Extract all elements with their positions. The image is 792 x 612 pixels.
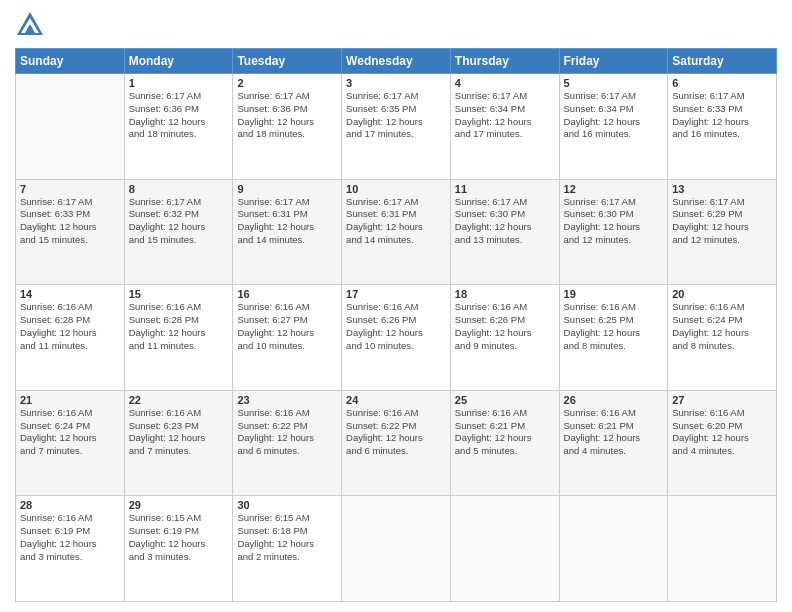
weekday-header: Friday xyxy=(559,49,668,74)
day-number: 26 xyxy=(564,394,664,406)
day-number: 13 xyxy=(672,183,772,195)
day-number: 16 xyxy=(237,288,337,300)
day-number: 15 xyxy=(129,288,229,300)
calendar-week-row: 28Sunrise: 6:16 AM Sunset: 6:19 PM Dayli… xyxy=(16,496,777,602)
day-number: 9 xyxy=(237,183,337,195)
day-number: 2 xyxy=(237,77,337,89)
calendar-cell: 20Sunrise: 6:16 AM Sunset: 6:24 PM Dayli… xyxy=(668,285,777,391)
calendar-cell: 6Sunrise: 6:17 AM Sunset: 6:33 PM Daylig… xyxy=(668,74,777,180)
day-number: 1 xyxy=(129,77,229,89)
cell-info: Sunrise: 6:17 AM Sunset: 6:36 PM Dayligh… xyxy=(129,90,229,141)
day-number: 24 xyxy=(346,394,446,406)
calendar-header-row: SundayMondayTuesdayWednesdayThursdayFrid… xyxy=(16,49,777,74)
calendar-week-row: 14Sunrise: 6:16 AM Sunset: 6:28 PM Dayli… xyxy=(16,285,777,391)
calendar-cell: 26Sunrise: 6:16 AM Sunset: 6:21 PM Dayli… xyxy=(559,390,668,496)
calendar-cell: 4Sunrise: 6:17 AM Sunset: 6:34 PM Daylig… xyxy=(450,74,559,180)
day-number: 30 xyxy=(237,499,337,511)
cell-info: Sunrise: 6:16 AM Sunset: 6:20 PM Dayligh… xyxy=(672,407,772,458)
calendar-cell: 14Sunrise: 6:16 AM Sunset: 6:28 PM Dayli… xyxy=(16,285,125,391)
cell-info: Sunrise: 6:16 AM Sunset: 6:23 PM Dayligh… xyxy=(129,407,229,458)
cell-info: Sunrise: 6:16 AM Sunset: 6:27 PM Dayligh… xyxy=(237,301,337,352)
day-number: 28 xyxy=(20,499,120,511)
day-number: 8 xyxy=(129,183,229,195)
calendar-cell: 11Sunrise: 6:17 AM Sunset: 6:30 PM Dayli… xyxy=(450,179,559,285)
day-number: 19 xyxy=(564,288,664,300)
cell-info: Sunrise: 6:17 AM Sunset: 6:32 PM Dayligh… xyxy=(129,196,229,247)
calendar-week-row: 1Sunrise: 6:17 AM Sunset: 6:36 PM Daylig… xyxy=(16,74,777,180)
calendar-cell: 5Sunrise: 6:17 AM Sunset: 6:34 PM Daylig… xyxy=(559,74,668,180)
calendar-cell xyxy=(668,496,777,602)
cell-info: Sunrise: 6:16 AM Sunset: 6:28 PM Dayligh… xyxy=(20,301,120,352)
cell-info: Sunrise: 6:16 AM Sunset: 6:28 PM Dayligh… xyxy=(129,301,229,352)
calendar-cell: 19Sunrise: 6:16 AM Sunset: 6:25 PM Dayli… xyxy=(559,285,668,391)
calendar-cell xyxy=(559,496,668,602)
cell-info: Sunrise: 6:17 AM Sunset: 6:34 PM Dayligh… xyxy=(455,90,555,141)
day-number: 14 xyxy=(20,288,120,300)
cell-info: Sunrise: 6:15 AM Sunset: 6:19 PM Dayligh… xyxy=(129,512,229,563)
calendar-cell: 3Sunrise: 6:17 AM Sunset: 6:35 PM Daylig… xyxy=(342,74,451,180)
day-number: 25 xyxy=(455,394,555,406)
day-number: 29 xyxy=(129,499,229,511)
day-number: 18 xyxy=(455,288,555,300)
calendar-cell xyxy=(342,496,451,602)
day-number: 22 xyxy=(129,394,229,406)
cell-info: Sunrise: 6:17 AM Sunset: 6:34 PM Dayligh… xyxy=(564,90,664,141)
calendar-cell: 18Sunrise: 6:16 AM Sunset: 6:26 PM Dayli… xyxy=(450,285,559,391)
weekday-header: Monday xyxy=(124,49,233,74)
calendar-cell: 22Sunrise: 6:16 AM Sunset: 6:23 PM Dayli… xyxy=(124,390,233,496)
day-number: 27 xyxy=(672,394,772,406)
calendar-cell: 30Sunrise: 6:15 AM Sunset: 6:18 PM Dayli… xyxy=(233,496,342,602)
cell-info: Sunrise: 6:16 AM Sunset: 6:22 PM Dayligh… xyxy=(346,407,446,458)
cell-info: Sunrise: 6:17 AM Sunset: 6:30 PM Dayligh… xyxy=(564,196,664,247)
cell-info: Sunrise: 6:16 AM Sunset: 6:21 PM Dayligh… xyxy=(455,407,555,458)
cell-info: Sunrise: 6:17 AM Sunset: 6:36 PM Dayligh… xyxy=(237,90,337,141)
calendar-cell: 17Sunrise: 6:16 AM Sunset: 6:26 PM Dayli… xyxy=(342,285,451,391)
calendar-cell: 16Sunrise: 6:16 AM Sunset: 6:27 PM Dayli… xyxy=(233,285,342,391)
calendar-cell xyxy=(16,74,125,180)
weekday-header: Saturday xyxy=(668,49,777,74)
cell-info: Sunrise: 6:16 AM Sunset: 6:21 PM Dayligh… xyxy=(564,407,664,458)
cell-info: Sunrise: 6:17 AM Sunset: 6:33 PM Dayligh… xyxy=(20,196,120,247)
cell-info: Sunrise: 6:17 AM Sunset: 6:35 PM Dayligh… xyxy=(346,90,446,141)
cell-info: Sunrise: 6:16 AM Sunset: 6:25 PM Dayligh… xyxy=(564,301,664,352)
day-number: 3 xyxy=(346,77,446,89)
day-number: 23 xyxy=(237,394,337,406)
calendar-week-row: 7Sunrise: 6:17 AM Sunset: 6:33 PM Daylig… xyxy=(16,179,777,285)
cell-info: Sunrise: 6:15 AM Sunset: 6:18 PM Dayligh… xyxy=(237,512,337,563)
day-number: 4 xyxy=(455,77,555,89)
cell-info: Sunrise: 6:16 AM Sunset: 6:24 PM Dayligh… xyxy=(672,301,772,352)
calendar-cell: 25Sunrise: 6:16 AM Sunset: 6:21 PM Dayli… xyxy=(450,390,559,496)
day-number: 17 xyxy=(346,288,446,300)
cell-info: Sunrise: 6:16 AM Sunset: 6:24 PM Dayligh… xyxy=(20,407,120,458)
calendar-cell: 23Sunrise: 6:16 AM Sunset: 6:22 PM Dayli… xyxy=(233,390,342,496)
day-number: 11 xyxy=(455,183,555,195)
cell-info: Sunrise: 6:16 AM Sunset: 6:22 PM Dayligh… xyxy=(237,407,337,458)
calendar-cell: 10Sunrise: 6:17 AM Sunset: 6:31 PM Dayli… xyxy=(342,179,451,285)
calendar-cell xyxy=(450,496,559,602)
calendar-cell: 28Sunrise: 6:16 AM Sunset: 6:19 PM Dayli… xyxy=(16,496,125,602)
cell-info: Sunrise: 6:17 AM Sunset: 6:31 PM Dayligh… xyxy=(237,196,337,247)
calendar-cell: 27Sunrise: 6:16 AM Sunset: 6:20 PM Dayli… xyxy=(668,390,777,496)
day-number: 12 xyxy=(564,183,664,195)
logo xyxy=(15,10,49,40)
calendar-cell: 24Sunrise: 6:16 AM Sunset: 6:22 PM Dayli… xyxy=(342,390,451,496)
page: SundayMondayTuesdayWednesdayThursdayFrid… xyxy=(0,0,792,612)
weekday-header: Wednesday xyxy=(342,49,451,74)
day-number: 20 xyxy=(672,288,772,300)
cell-info: Sunrise: 6:16 AM Sunset: 6:26 PM Dayligh… xyxy=(455,301,555,352)
calendar-cell: 15Sunrise: 6:16 AM Sunset: 6:28 PM Dayli… xyxy=(124,285,233,391)
cell-info: Sunrise: 6:16 AM Sunset: 6:26 PM Dayligh… xyxy=(346,301,446,352)
day-number: 21 xyxy=(20,394,120,406)
weekday-header: Sunday xyxy=(16,49,125,74)
calendar-cell: 9Sunrise: 6:17 AM Sunset: 6:31 PM Daylig… xyxy=(233,179,342,285)
calendar-cell: 7Sunrise: 6:17 AM Sunset: 6:33 PM Daylig… xyxy=(16,179,125,285)
day-number: 7 xyxy=(20,183,120,195)
day-number: 6 xyxy=(672,77,772,89)
day-number: 10 xyxy=(346,183,446,195)
calendar-cell: 2Sunrise: 6:17 AM Sunset: 6:36 PM Daylig… xyxy=(233,74,342,180)
cell-info: Sunrise: 6:17 AM Sunset: 6:31 PM Dayligh… xyxy=(346,196,446,247)
header xyxy=(15,10,777,40)
weekday-header: Thursday xyxy=(450,49,559,74)
cell-info: Sunrise: 6:17 AM Sunset: 6:30 PM Dayligh… xyxy=(455,196,555,247)
weekday-header: Tuesday xyxy=(233,49,342,74)
